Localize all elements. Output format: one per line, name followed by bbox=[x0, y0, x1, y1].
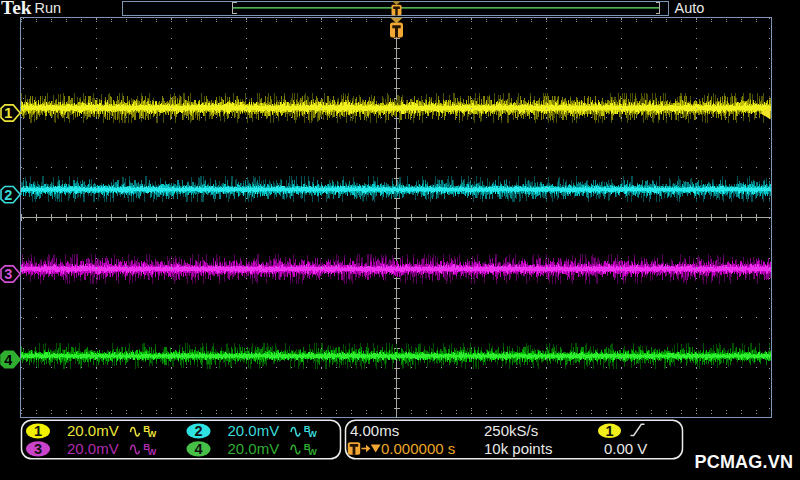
svg-text:3: 3 bbox=[4, 266, 12, 282]
svg-text:4.00ms: 4.00ms bbox=[350, 422, 399, 439]
svg-text:20.0mV: 20.0mV bbox=[67, 422, 119, 439]
svg-text:1: 1 bbox=[4, 105, 12, 121]
svg-text:2: 2 bbox=[194, 423, 202, 439]
svg-text:3: 3 bbox=[34, 441, 42, 457]
svg-text:2: 2 bbox=[4, 187, 12, 203]
svg-text:W: W bbox=[308, 429, 317, 439]
svg-text:4: 4 bbox=[4, 352, 12, 368]
svg-text:0.00 V: 0.00 V bbox=[604, 440, 647, 457]
svg-text:250kS/s: 250kS/s bbox=[484, 422, 538, 439]
svg-text:W: W bbox=[148, 447, 157, 457]
svg-text:20.0mV: 20.0mV bbox=[228, 422, 280, 439]
svg-text:W: W bbox=[148, 429, 157, 439]
svg-text:20.0mV: 20.0mV bbox=[67, 440, 119, 457]
svg-text:Run: Run bbox=[35, 0, 62, 16]
svg-text:1: 1 bbox=[34, 423, 42, 439]
svg-text:0.000000 s: 0.000000 s bbox=[381, 440, 455, 457]
svg-text:4: 4 bbox=[194, 441, 202, 457]
svg-text:W: W bbox=[308, 447, 317, 457]
svg-text:Tek: Tek bbox=[1, 0, 32, 18]
svg-text:1: 1 bbox=[605, 423, 613, 439]
svg-text:10k points: 10k points bbox=[484, 440, 552, 457]
svg-text:Auto: Auto bbox=[675, 0, 705, 16]
svg-text:20.0mV: 20.0mV bbox=[228, 440, 280, 457]
svg-text:PCMAG.VN: PCMAG.VN bbox=[695, 452, 794, 472]
